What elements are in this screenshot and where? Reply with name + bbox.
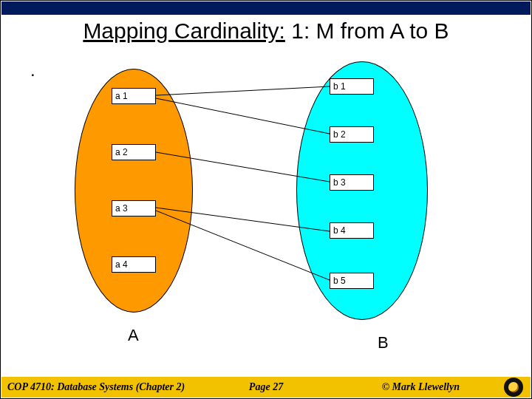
footer-author: © Mark Llewellyn xyxy=(382,381,460,393)
top-accent-bar xyxy=(1,1,531,15)
node-b4: b 4 xyxy=(330,222,374,239)
node-b2: b 2 xyxy=(330,126,374,143)
footer-page: Page 27 xyxy=(249,381,283,393)
svg-line-0 xyxy=(156,86,330,95)
bullet-dot: . xyxy=(30,60,35,81)
footer-course: COP 4710: Database Systems (Chapter 2) xyxy=(7,381,185,393)
node-a4: a 4 xyxy=(112,256,156,273)
slide: Mapping Cardinality: 1: M from A to B . … xyxy=(0,0,532,399)
node-b1: b 1 xyxy=(330,78,374,95)
node-a3: a 3 xyxy=(112,200,156,216)
slide-title: Mapping Cardinality: 1: M from A to B xyxy=(1,18,531,44)
node-b5: b 5 xyxy=(330,273,374,289)
pegasus-icon xyxy=(508,382,519,392)
title-main: Mapping Cardinality: xyxy=(83,18,284,43)
set-a-label: A xyxy=(128,326,139,345)
ucf-logo-icon xyxy=(504,378,523,397)
set-a-ellipse xyxy=(75,69,193,313)
title-sub: 1: M from A to B xyxy=(285,18,449,43)
node-b3: b 3 xyxy=(330,174,374,191)
node-a2: a 2 xyxy=(112,144,156,160)
node-a1: a 1 xyxy=(112,88,156,104)
set-b-label: B xyxy=(378,333,389,352)
footer-bar: COP 4710: Database Systems (Chapter 2) P… xyxy=(1,377,531,398)
